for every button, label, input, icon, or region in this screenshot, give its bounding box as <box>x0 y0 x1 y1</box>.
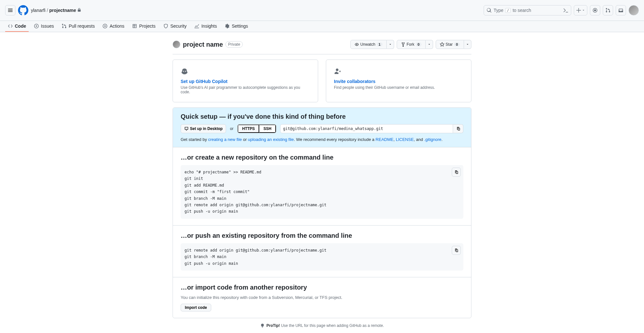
nav-issues[interactable]: Issues <box>31 21 56 32</box>
star-button[interactable]: Star 0 <box>436 40 464 49</box>
lock-icon <box>77 8 81 13</box>
hamburger-icon <box>8 8 13 13</box>
search-placeholder-prefix: Type <box>494 8 503 13</box>
create-file-link[interactable]: creating a new file <box>208 137 242 142</box>
nav-code[interactable]: Code <box>5 21 29 32</box>
nav-settings[interactable]: Settings <box>222 21 251 32</box>
fork-label: Fork <box>407 42 414 47</box>
star-icon <box>440 42 444 47</box>
license-link[interactable]: LICENSE <box>396 137 414 142</box>
copy-icon <box>454 248 459 253</box>
search-key-hint: / <box>505 8 511 13</box>
breadcrumb-owner[interactable]: ylanarfi <box>31 8 45 13</box>
caret-down-icon <box>428 43 431 46</box>
copilot-link[interactable]: Set up GitHub Copilot <box>181 79 227 84</box>
fork-button[interactable]: Fork 0 <box>397 40 426 49</box>
ssh-tab[interactable]: SSH <box>259 125 276 133</box>
gitignore-link[interactable]: .gitignore <box>424 137 441 142</box>
code-icon <box>8 23 13 29</box>
copilot-desc: Use GitHub's AI pair programmer to autoc… <box>181 85 310 94</box>
nav-insights[interactable]: Insights <box>192 21 219 32</box>
nav-actions[interactable]: Actions <box>100 21 127 32</box>
https-tab[interactable]: HTTPS <box>238 125 259 133</box>
quick-setup-text: Get started by creating a new file or up… <box>181 137 463 142</box>
upload-file-link[interactable]: uploading an existing file <box>248 137 294 142</box>
user-avatar[interactable] <box>629 5 639 15</box>
push-heading: …or push an existing repository from the… <box>181 232 463 239</box>
nav-pull-label: Pull requests <box>69 23 95 29</box>
repo-title: project name <box>183 41 223 48</box>
unwatch-label: Unwatch <box>360 42 375 47</box>
fork-group: Fork 0 <box>397 40 433 49</box>
eye-icon <box>355 42 359 47</box>
pull-icon <box>62 23 67 29</box>
clone-url-input[interactable] <box>280 124 453 133</box>
unwatch-button[interactable]: Unwatch 1 <box>350 40 387 49</box>
notifications-button[interactable] <box>616 5 626 15</box>
push-codeblock: git remote add origin git@github.com:yla… <box>181 243 463 271</box>
breadcrumb-repo[interactable]: projectname <box>49 8 76 13</box>
push-code: git remote add origin git@github.com:yla… <box>185 248 327 266</box>
watch-group: Unwatch 1 <box>350 40 394 49</box>
nav-settings-label: Settings <box>232 23 248 29</box>
star-menu-caret[interactable] <box>464 40 471 49</box>
copilot-card: Set up GitHub Copilot Use GitHub's AI pa… <box>173 60 318 102</box>
invite-link[interactable]: Invite collaborators <box>334 79 375 84</box>
nav-pull-requests[interactable]: Pull requests <box>59 21 97 32</box>
github-logo[interactable] <box>18 5 28 15</box>
fork-menu-caret[interactable] <box>426 40 433 49</box>
repo-owner-avatar <box>173 41 180 48</box>
nav-security[interactable]: Security <box>161 21 189 32</box>
watch-count: 1 <box>377 42 383 46</box>
protip-text: Use the URL for this page when adding Gi… <box>280 323 384 328</box>
import-heading: …or import code from another repository <box>181 284 463 291</box>
protip: ProTip! Use the URL for this page when a… <box>173 323 471 328</box>
caret-down-icon <box>466 43 469 46</box>
caret-down-icon <box>389 43 392 46</box>
quick-setup-heading: Quick setup — if you've done this kind o… <box>181 113 463 120</box>
table-icon <box>132 23 137 29</box>
create-code: echo "# projectname" >> README.md git in… <box>185 170 327 214</box>
invite-desc: Find people using their GitHub username … <box>334 85 463 90</box>
watch-menu-caret[interactable] <box>387 40 394 49</box>
create-new-menu[interactable] <box>574 5 587 15</box>
pull-requests-button[interactable] <box>603 5 613 15</box>
copy-icon <box>454 170 459 174</box>
shield-icon <box>163 23 168 29</box>
or-separator: or <box>230 126 233 131</box>
search-input[interactable]: Type / to search <box>484 5 571 15</box>
gear-icon <box>225 23 230 29</box>
import-code-button[interactable]: Import code <box>181 304 211 311</box>
nav-projects[interactable]: Projects <box>129 21 158 32</box>
issue-icon <box>34 23 39 29</box>
quick-setup-header: Quick setup — if you've done this kind o… <box>173 108 471 147</box>
issue-opened-icon <box>592 8 598 13</box>
fork-count: 0 <box>416 42 421 46</box>
import-section: …or import code from another repository … <box>173 277 471 318</box>
readme-link[interactable]: README <box>375 137 393 142</box>
hamburger-menu[interactable] <box>5 5 15 15</box>
issues-button[interactable] <box>590 5 600 15</box>
title-left: project name Private <box>173 41 243 48</box>
nav-issues-label: Issues <box>41 23 54 29</box>
nav-security-label: Security <box>170 23 187 29</box>
inbox-icon <box>618 8 623 13</box>
repo-nav: Code Issues Pull requests Actions Projec… <box>0 21 644 32</box>
star-label: Star <box>446 42 453 47</box>
desktop-download-icon <box>184 126 189 131</box>
copy-url-button[interactable] <box>453 124 463 133</box>
header-left: ylanarfi / projectname <box>5 5 81 15</box>
copy-push-button[interactable] <box>452 246 461 255</box>
quick-setup-controls: Set up in Desktop or HTTPS SSH <box>181 124 463 133</box>
fork-icon <box>401 42 405 47</box>
breadcrumb-separator: / <box>47 8 48 13</box>
setup-desktop-button[interactable]: Set up in Desktop <box>181 124 226 133</box>
nav-projects-label: Projects <box>139 23 156 29</box>
setup-cards: Set up GitHub Copilot Use GitHub's AI pa… <box>173 60 471 102</box>
git-pull-request-icon <box>605 8 611 13</box>
copilot-icon <box>181 68 310 76</box>
search-placeholder-suffix: to search <box>513 8 531 13</box>
copy-create-button[interactable] <box>452 168 461 177</box>
quick-setup-box: Quick setup — if you've done this kind o… <box>173 107 471 318</box>
clone-url-row <box>280 124 463 133</box>
